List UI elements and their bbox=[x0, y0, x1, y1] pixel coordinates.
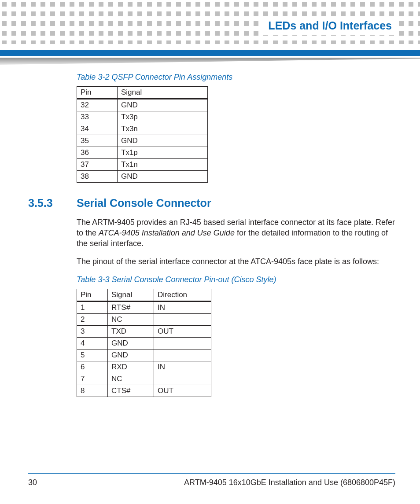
table-3-2-caption: Table 3-2 QSFP Connector Pin Assignments bbox=[77, 73, 395, 82]
table-3-2: Pin Signal 32GND33Tx3p34Tx3n35GND36Tx1p3… bbox=[77, 86, 208, 183]
table-header-row: Pin Signal Direction bbox=[77, 289, 211, 302]
col-direction: Direction bbox=[154, 289, 211, 302]
chapter-title: LEDs and I/O Interfaces bbox=[259, 17, 398, 35]
doc-title-footer: ARTM-9405 16x10GbE Installation and Use … bbox=[184, 478, 395, 487]
table-row: 33Tx3p bbox=[77, 111, 208, 123]
col-signal: Signal bbox=[118, 87, 208, 99]
section-title: Serial Console Connector bbox=[77, 197, 211, 209]
section-number: 3.5.3 bbox=[28, 197, 77, 210]
svg-marker-2 bbox=[0, 58, 420, 65]
table-row: 2NC bbox=[77, 314, 211, 326]
table-row: 36Tx1p bbox=[77, 147, 208, 159]
table-row: 32GND bbox=[77, 99, 208, 111]
table-row: 7NC bbox=[77, 373, 211, 385]
paragraph-1: The ARTM-9405 provides an RJ-45 based se… bbox=[77, 217, 395, 249]
header-blue-bar bbox=[0, 50, 420, 56]
paragraph-2: The pinout of the serial interface conne… bbox=[77, 257, 395, 267]
table-row: 8CTS#OUT bbox=[77, 385, 211, 397]
table-row: 34Tx3n bbox=[77, 123, 208, 135]
table-3-3-caption: Table 3-3 Serial Console Connector Pin-o… bbox=[77, 275, 395, 284]
page-footer: 30 ARTM-9405 16x10GbE Installation and U… bbox=[28, 473, 395, 487]
doc-reference-italic: ATCA-9405 Installation and Use Guide bbox=[99, 228, 235, 237]
col-pin: Pin bbox=[77, 87, 118, 99]
table-row: 5GND bbox=[77, 349, 211, 361]
table-row: 4GND bbox=[77, 338, 211, 349]
table-3-3: Pin Signal Direction 1RTS#IN2NC3TXDOUT4G… bbox=[77, 289, 211, 397]
table-header-row: Pin Signal bbox=[77, 87, 208, 99]
table-row: 3TXDOUT bbox=[77, 326, 211, 338]
table-row: 1RTS#IN bbox=[77, 302, 211, 314]
col-signal: Signal bbox=[108, 289, 154, 302]
header-gray-wedge bbox=[0, 58, 420, 66]
table-row: 38GND bbox=[77, 171, 208, 183]
col-pin: Pin bbox=[77, 289, 108, 302]
table-row: 37Tx1n bbox=[77, 159, 208, 171]
table-row: 6RXDIN bbox=[77, 361, 211, 373]
page-number: 30 bbox=[28, 478, 37, 487]
section-heading: 3.5.3Serial Console Connector bbox=[28, 197, 395, 210]
table-row: 35GND bbox=[77, 135, 208, 147]
